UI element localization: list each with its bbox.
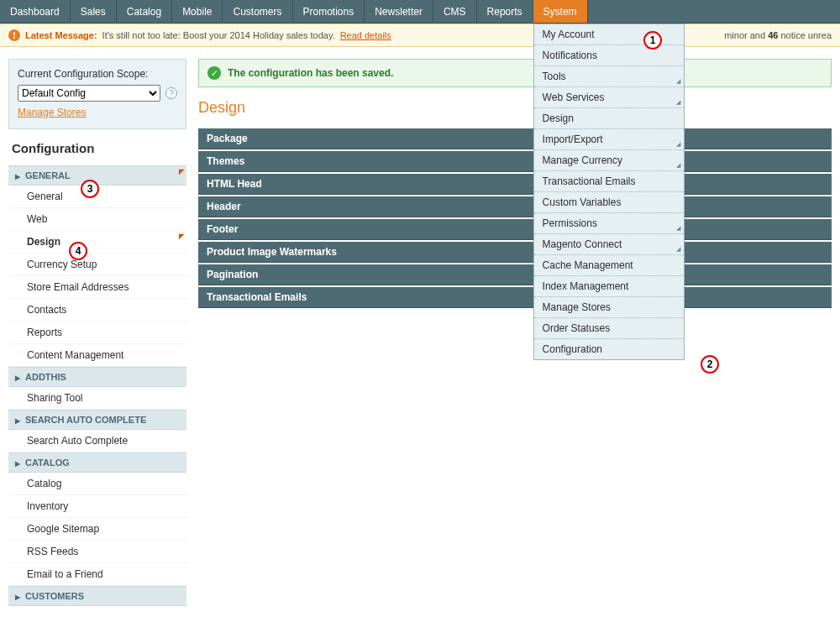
nav-item-sharing-tool[interactable]: Sharing Tool [8,387,186,410]
config-scope-select[interactable]: Default Config [18,85,160,102]
nav-item-rss-feeds[interactable]: RSS Feeds [8,541,186,563]
section-general[interactable]: GENERAL [8,165,186,186]
latest-message-bar: ! Latest Message: It's still not too lat… [0,24,840,47]
dd-order-statuses[interactable]: Order Statuses [534,318,684,339]
nav-reports[interactable]: Reports [477,0,533,23]
dd-notifications[interactable]: Notifications [534,45,684,66]
page-title: Design [198,99,832,117]
dd-manage-stores[interactable]: Manage Stores [534,297,684,318]
nav-system-label: System [543,6,577,18]
success-text: The configuration has been saved. [228,67,393,79]
read-details-link[interactable]: Read details [340,30,391,40]
nav-item-general[interactable]: General [8,186,186,208]
right-column: ✓ The configuration has been saved. Desi… [198,59,832,310]
dd-index-management[interactable]: Index Management [534,276,684,297]
dd-permissions[interactable]: Permissions [534,213,684,234]
section-search-auto-complete[interactable]: SEARCH AUTO COMPLETE [8,410,186,430]
help-icon[interactable]: ? [165,87,177,99]
nav-customers[interactable]: Customers [223,0,292,23]
design-panels: Package Themes HTML Head Header Footer P… [198,128,832,308]
dd-web-services[interactable]: Web Services [534,87,684,108]
nav-newsletter[interactable]: Newsletter [365,0,433,23]
warning-icon: ! [8,29,20,41]
nav-item-contacts[interactable]: Contacts [8,299,186,322]
nav-item-google-sitemap[interactable]: Google Sitemap [8,518,186,541]
panel-html-head[interactable]: HTML Head [198,174,832,195]
nav-item-email-friend[interactable]: Email to a Friend [8,563,186,586]
section-catalog[interactable]: CATALOG [8,452,186,473]
dd-magento-connect[interactable]: Magento Connect [534,234,684,255]
config-scope-box: Current Configuration Scope: Default Con… [8,59,186,129]
config-scope-label: Current Configuration Scope: [18,68,177,80]
top-nav: Dashboard Sales Catalog Mobile Customers… [0,0,840,24]
dd-design[interactable]: Design [534,108,684,129]
left-column: Current Configuration Scope: Default Con… [8,59,186,606]
configuration-title: Configuration [8,129,186,165]
nav-item-design[interactable]: Design [8,231,186,254]
panel-footer[interactable]: Footer [198,219,832,240]
nav-item-content-management[interactable]: Content Management [8,344,186,367]
dd-cache-management[interactable]: Cache Management [534,255,684,276]
config-nav: GENERAL General Web Design Currency Setu… [8,165,186,606]
dd-tools[interactable]: Tools [534,66,684,87]
manage-stores-link[interactable]: Manage Stores [18,107,86,118]
nav-system[interactable]: System My Account Notifications Tools We… [533,0,588,23]
nav-mobile[interactable]: Mobile [172,0,223,23]
nav-sales[interactable]: Sales [71,0,117,23]
dd-transactional-emails[interactable]: Transactional Emails [534,171,684,192]
panel-themes[interactable]: Themes [198,151,832,172]
dd-my-account[interactable]: My Account [534,24,684,45]
section-addthis[interactable]: ADDTHIS [8,367,186,387]
panel-pagination[interactable]: Pagination [198,264,832,285]
dd-configuration[interactable]: Configuration [534,339,684,359]
system-dropdown: My Account Notifications Tools Web Servi… [533,24,685,360]
panel-header[interactable]: Header [198,196,832,217]
check-icon: ✓ [207,66,221,80]
dd-import-export[interactable]: Import/Export [534,129,684,150]
notice-summary: minor and 46 notice unrea [724,30,832,40]
latest-message-text: It's still not too late: Boost your 2014… [102,30,335,40]
nav-item-web[interactable]: Web [8,208,186,231]
dd-manage-currency[interactable]: Manage Currency [534,150,684,171]
nav-item-store-email[interactable]: Store Email Addresses [8,276,186,299]
nav-item-catalog[interactable]: Catalog [8,473,186,495]
nav-cms[interactable]: CMS [433,0,477,23]
success-message: ✓ The configuration has been saved. [198,59,832,87]
panel-package[interactable]: Package [198,128,832,149]
latest-message-prefix: Latest Message: [25,30,97,40]
nav-item-currency-setup[interactable]: Currency Setup [8,254,186,276]
nav-item-inventory[interactable]: Inventory [8,495,186,518]
nav-item-reports[interactable]: Reports [8,322,186,344]
dd-custom-variables[interactable]: Custom Variables [534,192,684,213]
nav-catalog[interactable]: Catalog [117,0,172,23]
panel-watermarks[interactable]: Product Image Watermarks [198,242,832,263]
nav-promotions[interactable]: Promotions [293,0,365,23]
nav-item-search-auto-complete[interactable]: Search Auto Complete [8,430,186,452]
panel-transactional-emails[interactable]: Transactional Emails [198,287,832,308]
main-wrap: Current Configuration Scope: Default Con… [0,47,840,618]
nav-dashboard[interactable]: Dashboard [0,0,71,23]
section-customers[interactable]: CUSTOMERS [8,586,186,606]
